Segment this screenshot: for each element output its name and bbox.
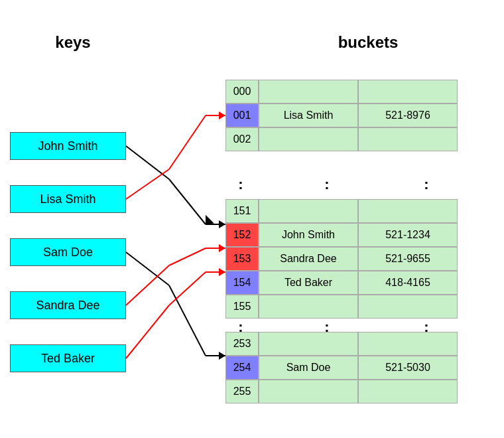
bucket-cell2-154: 418-4165: [358, 271, 458, 295]
bucket-row-151: 151: [225, 199, 458, 223]
svg-line-14: [169, 248, 206, 265]
svg-marker-4: [219, 220, 225, 228]
bucket-row-255: 255: [225, 380, 458, 403]
bucket-row-254: 254Sam Doe521-5030: [225, 356, 458, 380]
bucket-cell1-155: [259, 295, 358, 319]
svg-line-13: [126, 265, 169, 305]
dots-5: :: [410, 319, 443, 336]
bucket-index-151: 151: [225, 199, 259, 223]
bucket-index-255: 255: [225, 380, 259, 403]
bucket-cell1-154: Ted Baker: [259, 271, 358, 295]
svg-marker-20: [219, 268, 225, 276]
dots-1: :: [310, 176, 344, 193]
svg-line-10: [169, 285, 206, 356]
svg-line-17: [126, 305, 169, 358]
bucket-index-153: 153: [225, 247, 259, 271]
bucket-cell2-152: 521-1234: [358, 223, 458, 247]
svg-line-9: [126, 252, 169, 285]
bucket-index-155: 155: [225, 295, 259, 319]
bucket-cell2-155: [358, 295, 458, 319]
bucket-cell2-001: 521-8976: [358, 104, 458, 127]
bucket-cell2-255: [358, 380, 458, 403]
bucket-cell2-254: 521-5030: [358, 356, 458, 380]
svg-marker-12: [219, 352, 225, 360]
key-sam-doe: Sam Doe: [10, 238, 126, 266]
svg-line-5: [126, 169, 169, 199]
bucket-cell1-000: [259, 80, 358, 104]
svg-marker-8: [219, 111, 225, 119]
bucket-row-001: 001Lisa Smith521-8976: [225, 104, 458, 127]
bucket-cell2-002: [358, 127, 458, 151]
bucket-index-001: 001: [225, 104, 259, 127]
svg-line-1: [169, 179, 206, 224]
bucket-row-154: 154Ted Baker418-4165: [225, 271, 458, 295]
key-ted-baker: Ted Baker: [10, 344, 126, 372]
bucket-index-002: 002: [225, 127, 259, 151]
bucket-cell1-153: Sandra Dee: [259, 247, 358, 271]
bucket-cell2-153: 521-9655: [358, 247, 458, 271]
bucket-cell1-151: [259, 199, 358, 223]
svg-line-18: [169, 272, 206, 305]
key-lisa-smith: Lisa Smith: [10, 185, 126, 213]
bucket-row-000: 000: [225, 80, 458, 104]
svg-marker-16: [219, 244, 225, 252]
dots-0: :: [224, 176, 257, 193]
bucket-row-002: 002: [225, 127, 458, 151]
dots-2: :: [410, 176, 443, 193]
bucket-row-153: 153Sandra Dee521-9655: [225, 247, 458, 271]
bucket-cell1-255: [259, 380, 358, 403]
bucket-cell2-151: [358, 199, 458, 223]
bucket-cell1-001: Lisa Smith: [259, 104, 358, 127]
key-sandra-dee: Sandra Dee: [10, 291, 126, 319]
bucket-row-152: 152John Smith521-1234: [225, 223, 458, 247]
bucket-cell1-254: Sam Doe: [259, 356, 358, 380]
bucket-index-154: 154: [225, 271, 259, 295]
dots-4: :: [310, 319, 344, 336]
bucket-index-000: 000: [225, 80, 259, 104]
svg-line-6: [169, 115, 206, 169]
svg-marker-2: [201, 215, 214, 228]
dots-3: :: [224, 319, 257, 336]
bucket-cell2-000: [358, 80, 458, 104]
bucket-row-155: 155: [225, 295, 458, 319]
keys-title: keys: [10, 33, 136, 52]
bucket-cell1-152: John Smith: [259, 223, 358, 247]
bucket-index-152: 152: [225, 223, 259, 247]
svg-line-0: [126, 146, 169, 179]
buckets-title: buckets: [259, 33, 477, 52]
key-john-smith: John Smith: [10, 132, 126, 160]
bucket-cell1-002: [259, 127, 358, 151]
bucket-index-254: 254: [225, 356, 259, 380]
